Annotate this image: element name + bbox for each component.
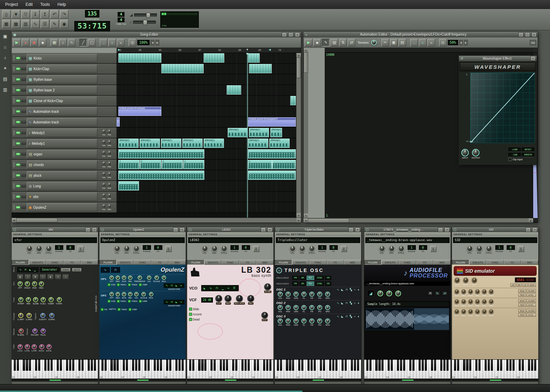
track-pan-knob[interactable]: PAN <box>107 204 111 211</box>
to-end-button[interactable]: » <box>108 39 116 46</box>
spd-knob[interactable]: SPD <box>325 305 330 313</box>
accent-checkbox[interactable]: Accent <box>189 313 202 316</box>
piano-key-black[interactable] <box>269 360 271 371</box>
checkbox-led[interactable] <box>129 308 131 311</box>
piano-key-black[interactable] <box>57 360 59 371</box>
pitch-knob[interactable]: PITCH <box>486 245 492 254</box>
piano-key-black[interactable] <box>478 360 481 371</box>
close-button[interactable]: × <box>92 227 97 232</box>
knob-dial[interactable] <box>122 292 126 296</box>
checkbox-led[interactable] <box>139 300 142 303</box>
vscroll-thumb[interactable] <box>296 57 301 78</box>
tab-func[interactable]: FUNC <box>399 260 416 265</box>
randomize-button[interactable]: RAND <box>61 268 71 272</box>
knob-dial[interactable] <box>301 305 306 310</box>
knob-dial[interactable] <box>138 275 142 280</box>
track-solo-led[interactable] <box>21 142 26 145</box>
knob-dial[interactable] <box>236 295 243 302</box>
mod-fm-button[interactable]: FM <box>325 276 331 280</box>
track-grip-handle[interactable] <box>13 162 15 168</box>
v-spd--knob[interactable]: V.SPD. <box>56 297 63 305</box>
piano-key-black[interactable] <box>226 360 228 371</box>
track-name-button[interactable]: ▤pluck <box>27 171 97 179</box>
knob-dial[interactable] <box>107 140 111 144</box>
knob-dial[interactable] <box>309 305 314 310</box>
minimize-button[interactable]: – <box>85 227 90 232</box>
track-grid[interactable] <box>117 181 296 191</box>
knob-dial[interactable] <box>395 291 401 296</box>
piano-key-black[interactable] <box>204 360 206 371</box>
close-button[interactable]: × <box>530 56 536 61</box>
pattern-segment[interactable] <box>248 171 296 180</box>
new-project-icon[interactable]: ▯ <box>2 10 11 19</box>
knob-dial[interactable] <box>461 309 466 314</box>
rel-knob[interactable]: REL <box>475 299 480 307</box>
piano-key-black[interactable] <box>497 360 499 371</box>
piano-key-black[interactable] <box>463 360 465 371</box>
knob-dial[interactable] <box>133 245 140 252</box>
pattern-segment[interactable]: (Melody1) <box>269 139 290 148</box>
piano-keyboard[interactable]: C3C4C5C6 <box>452 359 538 379</box>
att-knob[interactable]: ATT <box>454 289 459 297</box>
trem-checkbox[interactable]: TREM <box>128 283 137 286</box>
track-grid[interactable] <box>117 64 296 74</box>
piano-key-black[interactable] <box>323 360 325 371</box>
minimize-button[interactable]: – <box>348 227 354 232</box>
mul-knob[interactable]: MUL <box>162 275 166 283</box>
knob-dial[interactable] <box>45 245 52 252</box>
knob-dial[interactable] <box>454 299 459 304</box>
track-grid[interactable]: (Melody1)(Melody1)(Melody1)(Melody1)(Mel… <box>117 138 296 149</box>
plugin-titlebar[interactable]: ▢TripleOscillator–× <box>275 227 361 232</box>
pw-knob[interactable]: PW <box>482 309 487 317</box>
piano-key-black[interactable] <box>332 360 334 371</box>
pattern-segment[interactable] <box>204 53 224 63</box>
d-sli--knob[interactable]: D.SLI. <box>40 297 46 305</box>
keyboard-scrollbar[interactable] <box>12 381 98 384</box>
track-name-button[interactable]: ∿Automation track <box>27 118 97 126</box>
loop-button[interactable]: ↻ <box>434 291 441 296</box>
add-automation-track-button[interactable]: ∿ <box>68 39 75 46</box>
draw-mode-button[interactable]: ✎ <box>322 39 330 46</box>
filter-3off-button[interactable]: 3OFF <box>528 283 536 287</box>
pan-knob[interactable]: PAN <box>285 318 291 326</box>
save-preset-button[interactable]: ↧ <box>165 246 172 252</box>
piano-key-black[interactable] <box>469 360 471 371</box>
sus-knob[interactable]: SUS <box>468 289 473 297</box>
track-solo-led[interactable] <box>21 57 26 59</box>
knob-dial[interactable] <box>32 328 37 334</box>
next-marker-button[interactable]: → <box>100 39 107 46</box>
start-knob[interactable]: START <box>18 297 24 305</box>
knob-dial[interactable] <box>46 344 52 349</box>
knob-dial[interactable] <box>461 289 466 294</box>
scroll-left-button[interactable]: ◀ <box>12 218 16 222</box>
track-volume-knob[interactable]: VOL <box>102 183 106 189</box>
lvl-knob[interactable]: LVL <box>147 275 151 283</box>
tab-midi[interactable]: MIDI <box>81 260 98 265</box>
knob-dial[interactable] <box>102 151 106 155</box>
zoom-in-button[interactable]: ▶ <box>155 40 159 45</box>
to-end-button[interactable]: » <box>419 39 427 46</box>
piano-key-black[interactable] <box>298 360 300 371</box>
pitch-range-display[interactable]: 1RANGE <box>408 245 416 253</box>
track-header[interactable]: ◎LongVOLPAN <box>12 181 117 191</box>
track-solo-led[interactable] <box>21 110 26 113</box>
piano-key-black[interactable] <box>82 360 84 371</box>
tab-fx[interactable]: FX <box>327 260 344 265</box>
piano-key-black[interactable] <box>409 360 411 371</box>
piano-key-black[interactable] <box>266 360 268 371</box>
voice-2-ring-button[interactable]: RING <box>518 299 526 303</box>
pattern-segment[interactable]: (Melody1) <box>228 128 248 137</box>
piano-key-black[interactable] <box>241 360 244 371</box>
play-button[interactable]: ▶ <box>13 39 21 46</box>
vol-knob[interactable]: VOL <box>454 277 460 286</box>
piano-key-black[interactable] <box>320 360 322 371</box>
piano-key-black[interactable] <box>434 360 436 371</box>
knob-dial[interactable] <box>289 245 296 252</box>
zoom-in-button[interactable]: ▶ <box>464 40 468 45</box>
track-grip-handle[interactable] <box>13 194 15 200</box>
save-preset-button[interactable]: ↧ <box>430 246 436 252</box>
close-button[interactable]: × <box>531 32 537 37</box>
att-knob[interactable]: ATT <box>109 292 114 299</box>
dec-knob[interactable]: DEC <box>247 295 254 305</box>
scroll-left-button[interactable]: ◀ <box>303 218 308 222</box>
